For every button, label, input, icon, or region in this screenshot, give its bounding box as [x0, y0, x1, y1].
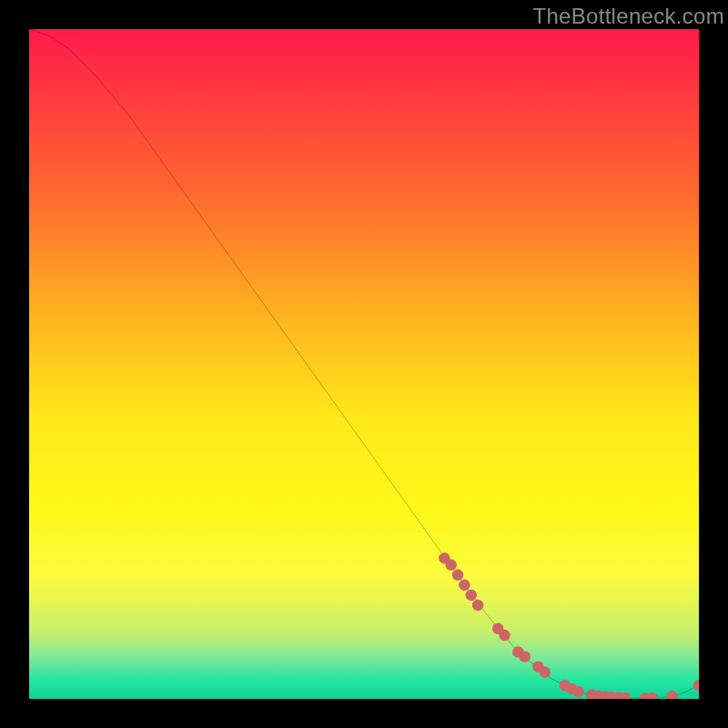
chart-stage: TheBottleneck.com	[0, 0, 728, 728]
curve-marker	[646, 693, 658, 699]
curve-marker	[445, 560, 457, 571]
curve-marker	[666, 691, 678, 699]
curve-marker	[539, 666, 551, 678]
bottleneck-curve	[29, 29, 699, 698]
curve-marker	[519, 651, 531, 662]
curve-marker	[459, 580, 470, 592]
curve-marker	[466, 590, 478, 602]
curve-layer	[29, 29, 699, 699]
curve-marker	[693, 680, 699, 692]
plot-area	[29, 29, 699, 699]
curve-markers	[439, 552, 699, 699]
watermark-text: TheBottleneck.com	[532, 4, 724, 29]
curve-marker	[452, 570, 464, 581]
curve-marker	[572, 686, 584, 698]
curve-marker	[499, 630, 511, 642]
curve-marker	[472, 600, 484, 612]
